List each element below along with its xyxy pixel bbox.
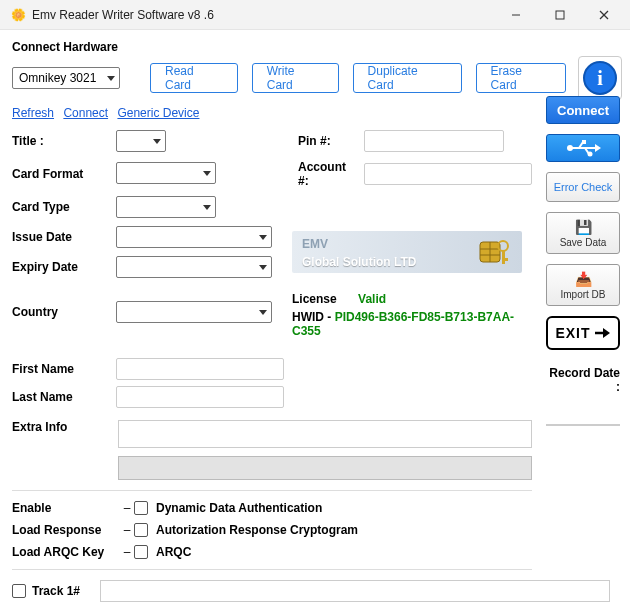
chevron-down-icon [203, 169, 211, 177]
first-name-label: First Name [12, 362, 108, 376]
expiry-date-label: Expiry Date [12, 260, 108, 274]
arqc-checkbox[interactable] [134, 545, 148, 559]
svg-marker-16 [203, 205, 211, 210]
svg-rect-1 [556, 11, 564, 19]
issue-date-select[interactable] [116, 226, 272, 248]
refresh-link[interactable]: Refresh [12, 106, 54, 120]
track1-input[interactable] [100, 580, 610, 602]
import-icon: 📥 [575, 271, 592, 287]
save-icon: 💾 [575, 219, 592, 235]
arc-label: Autorization Response Cryptogram [156, 523, 358, 537]
hwid-label: HWID - [292, 310, 335, 324]
record-date-value [546, 406, 620, 426]
window-title: Emv Reader Writer Software v8 .6 [32, 8, 214, 22]
expiry-date-select[interactable] [116, 256, 272, 278]
separator [12, 569, 532, 570]
duplicate-card-button[interactable]: Duplicate Card [353, 63, 462, 93]
load-response-label: Load Response [12, 523, 122, 537]
connect-button[interactable]: Connect [546, 96, 620, 124]
arc-checkbox[interactable] [134, 523, 148, 537]
read-card-button[interactable]: Read Card [150, 63, 238, 93]
extra-info-readonly [118, 456, 532, 480]
pin-label: Pin #: [292, 134, 358, 148]
last-name-input[interactable] [116, 386, 284, 408]
card-format-select[interactable] [116, 162, 216, 184]
hardware-links: Refresh Connect Generic Device [12, 106, 622, 120]
svg-marker-14 [153, 139, 161, 144]
usb-icon [565, 139, 601, 157]
title-label: Title : [12, 134, 108, 148]
connect-hardware-label: Connect Hardware [12, 40, 622, 54]
chevron-down-icon [259, 308, 267, 316]
svg-marker-17 [259, 235, 267, 240]
extra-info-label: Extra Info [12, 420, 108, 434]
connect-link[interactable]: Connect [63, 106, 108, 120]
chevron-down-icon [153, 137, 161, 145]
svg-rect-23 [502, 250, 505, 264]
card-type-select[interactable] [116, 196, 216, 218]
hardware-device-select[interactable]: Omnikey 3021 [12, 67, 120, 89]
card-type-label: Card Type [12, 200, 108, 214]
track1-checkbox[interactable] [12, 584, 26, 598]
account-label: Account #: [292, 160, 358, 188]
save-data-button[interactable]: 💾 Save Data [546, 212, 620, 254]
svg-marker-15 [203, 171, 211, 176]
license-status: Valid [358, 292, 386, 306]
info-icon: i [583, 61, 617, 95]
write-card-button[interactable]: Write Card [252, 63, 339, 93]
country-label: Country [12, 305, 108, 319]
license-row: License Valid [292, 292, 532, 306]
pin-input[interactable] [364, 130, 504, 152]
card-format-label: Card Format [12, 167, 108, 181]
arqc-label: ARQC [156, 545, 191, 559]
svg-marker-7 [595, 144, 601, 152]
dda-checkbox[interactable] [134, 501, 148, 515]
last-name-label: Last Name [12, 390, 108, 404]
svg-marker-25 [259, 265, 267, 270]
title-bar: 🌼 Emv Reader Writer Software v8 .6 [0, 0, 630, 30]
svg-point-11 [588, 152, 593, 157]
hwid-row: HWID - PID496-B366-FD85-B713-B7AA-C355 [292, 310, 532, 338]
close-button[interactable] [582, 0, 626, 30]
banner-line1: EMV [302, 237, 328, 251]
generic-device-link[interactable]: Generic Device [117, 106, 199, 120]
enable-label: Enable [12, 501, 122, 515]
erase-card-button[interactable]: Erase Card [476, 63, 566, 93]
app-icon: 🌼 [10, 7, 26, 23]
exit-button[interactable]: EXIT [546, 316, 620, 350]
account-input[interactable] [364, 163, 532, 185]
chevron-down-icon [107, 74, 115, 82]
chevron-down-icon [259, 263, 267, 271]
hardware-device-value: Omnikey 3021 [19, 71, 96, 85]
title-select[interactable] [116, 130, 166, 152]
chevron-down-icon [259, 233, 267, 241]
maximize-button[interactable] [538, 0, 582, 30]
chevron-down-icon [203, 203, 211, 211]
usb-button[interactable] [546, 134, 620, 162]
info-button[interactable]: i [578, 56, 622, 100]
svg-rect-24 [502, 258, 508, 261]
license-label: License [292, 292, 337, 306]
svg-rect-9 [582, 140, 586, 144]
import-db-button[interactable]: 📥 Import DB [546, 264, 620, 306]
issue-date-label: Issue Date [12, 230, 108, 244]
banner-line2: Global Solution LTD [302, 255, 416, 269]
svg-marker-4 [107, 76, 115, 81]
error-check-button[interactable]: Error Check [546, 172, 620, 202]
minimize-button[interactable] [494, 0, 538, 30]
first-name-input[interactable] [116, 358, 284, 380]
svg-marker-13 [603, 328, 610, 338]
emv-banner: EMV Global Solution LTD [292, 231, 522, 273]
load-arqc-key-label: Load ARQC Key [12, 545, 122, 559]
country-select[interactable] [116, 301, 272, 323]
exit-arrow-icon [593, 326, 611, 340]
record-date-label: Record Date : [546, 366, 620, 394]
svg-marker-26 [259, 310, 267, 315]
dda-label: Dynamic Data Authentication [156, 501, 322, 515]
separator [12, 490, 532, 491]
chip-key-icon [478, 236, 510, 268]
extra-info-input[interactable] [118, 420, 532, 448]
track1-label: Track 1# [32, 584, 80, 598]
